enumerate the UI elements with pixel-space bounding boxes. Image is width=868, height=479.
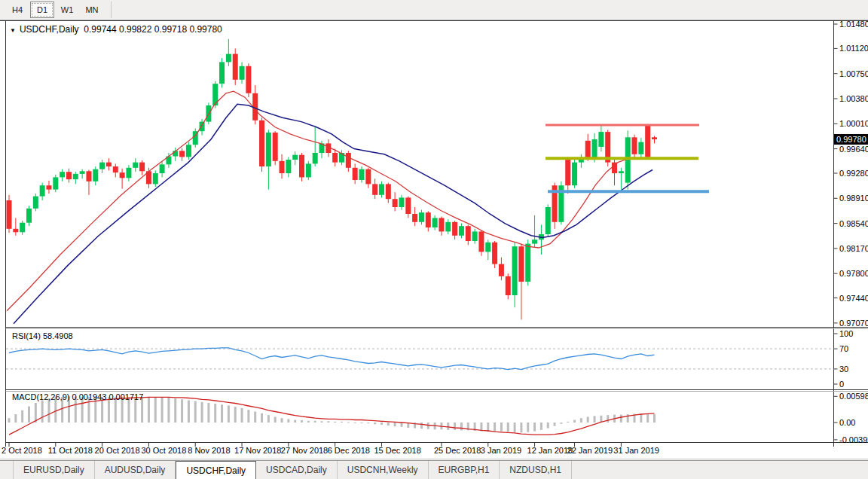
date-axis-label: 27 Nov 2018 (281, 446, 328, 455)
candle-body (645, 125, 650, 157)
macd-histogram-bar (234, 407, 237, 423)
macd-histogram-bar (47, 398, 50, 423)
date-axis-label: 11 Oct 2018 (48, 446, 93, 455)
macd-axis-label: 0.00 (839, 418, 855, 427)
candle-body (26, 209, 32, 223)
candle-body (638, 142, 643, 154)
macd-histogram-bar (620, 415, 622, 423)
candle-body (353, 168, 358, 180)
macd-histogram-bar (533, 423, 536, 432)
macd-histogram-bar (327, 421, 329, 423)
candle-body (346, 153, 351, 168)
tab-eurgbp-h1[interactable]: EURGBP,H1 (429, 461, 500, 479)
candle-body (499, 264, 504, 276)
chart-symbol-label: USDCHF,Daily (20, 24, 79, 35)
candle-body (472, 231, 478, 241)
macd-histogram-bar (148, 397, 150, 423)
macd-histogram-bar (374, 423, 376, 424)
macd-histogram-bar (394, 423, 396, 426)
macd-histogram-bar (547, 423, 549, 429)
candle-body (393, 199, 398, 207)
date-axis-label: 22 Jan 2019 (567, 446, 613, 455)
macd-histogram-bar (261, 413, 263, 423)
tf-button-mn[interactable]: MN (80, 2, 104, 18)
candle-body (619, 171, 624, 173)
macd-histogram-bar (554, 423, 556, 426)
candle-body (106, 163, 112, 166)
macd-histogram-bar (194, 401, 197, 423)
candle-body (133, 163, 138, 168)
candle-body (266, 133, 271, 166)
macd-histogram-bar (14, 414, 17, 423)
candle-body (452, 222, 457, 236)
tab-audusd-daily[interactable]: AUDUSD,Daily (95, 461, 176, 479)
macd-histogram-bar (527, 423, 529, 432)
macd-histogram-bar (420, 423, 423, 429)
symbol-dropdown-icon[interactable]: ▼ (10, 27, 16, 34)
macd-histogram-bar (247, 410, 249, 423)
timeframe-toolbar: H4 D1 W1 MN (0, 0, 868, 20)
tab-usdcad-daily[interactable]: USDCAD,Daily (256, 461, 338, 479)
candle-body (53, 177, 58, 189)
candle-body (518, 246, 524, 282)
candle-body (46, 185, 51, 189)
macd-histogram-bar (254, 412, 256, 423)
rsi-indicator-label: RSI(14) 58.4908 (12, 331, 73, 340)
macd-histogram-bar (41, 400, 44, 423)
candle-body (292, 155, 298, 160)
tab-usdcnh-weekly[interactable]: USDCNH,Weekly (338, 461, 429, 479)
macd-indicator-label: MACD(12,26,9) 0.001943 0.001717 (12, 392, 143, 401)
tab-nzdusd-h1[interactable]: NZDUSD,H1 (500, 461, 572, 479)
price-axis-label: 0.98910 (839, 194, 868, 203)
candle-body (512, 246, 518, 295)
candle-body (259, 121, 264, 166)
candle-body (80, 171, 85, 174)
macd-histogram-bar (341, 422, 343, 423)
candle-body (93, 169, 98, 182)
macd-histogram-bar (301, 420, 303, 423)
candle-body (506, 276, 511, 295)
symbol-tab-bar: EURUSD,Daily AUDUSD,Daily USDCHF,Daily U… (0, 460, 868, 479)
tab-usdchf-daily[interactable]: USDCHF,Daily (176, 461, 256, 479)
candle-body (286, 160, 291, 173)
candle-body (632, 137, 637, 154)
candle-body (372, 184, 377, 194)
macd-histogram-bar (321, 421, 323, 423)
macd-histogram-bar (347, 422, 350, 423)
tab-eurusd-daily[interactable]: EURUSD,Daily (13, 461, 95, 479)
candle-body (625, 137, 631, 182)
current-price-label: 0.99780 (836, 135, 866, 144)
macd-histogram-bar (573, 420, 576, 423)
candle-body (492, 243, 497, 264)
macd-histogram-bar (494, 423, 496, 432)
candle-body (313, 153, 318, 163)
candle-body (359, 169, 364, 180)
date-axis-label: 25 Dec 2018 (434, 446, 481, 455)
candle-body (20, 223, 25, 233)
candle-body (86, 171, 91, 182)
chart-area[interactable]: 1.014801.011201.007501.003801.000100.996… (0, 0, 868, 479)
macd-histogram-bar (587, 416, 589, 423)
macd-histogram-bar (520, 423, 522, 432)
macd-histogram-bar (8, 418, 11, 423)
candle-body (200, 122, 205, 132)
price-axis-label: 0.98170 (839, 244, 868, 253)
tf-button-w1[interactable]: W1 (55, 2, 79, 18)
candle-body (226, 54, 231, 63)
candle-body (73, 174, 78, 179)
candle-body (246, 66, 251, 93)
candle-body (306, 163, 311, 177)
candle-body (439, 218, 444, 231)
macd-histogram-bar (21, 410, 23, 423)
tf-button-h4[interactable]: H4 (5, 2, 29, 18)
macd-histogram-bar (28, 407, 30, 423)
candle-body (485, 243, 491, 252)
candle-body (379, 184, 384, 194)
tf-button-d1[interactable]: D1 (30, 2, 54, 18)
candle-body (572, 163, 577, 186)
macd-histogram-bar (387, 423, 390, 426)
candle-body (160, 164, 165, 173)
macd-histogram-bar (281, 418, 283, 423)
macd-histogram-bar (287, 419, 289, 423)
macd-axis-label: -0.003954 (839, 435, 868, 444)
